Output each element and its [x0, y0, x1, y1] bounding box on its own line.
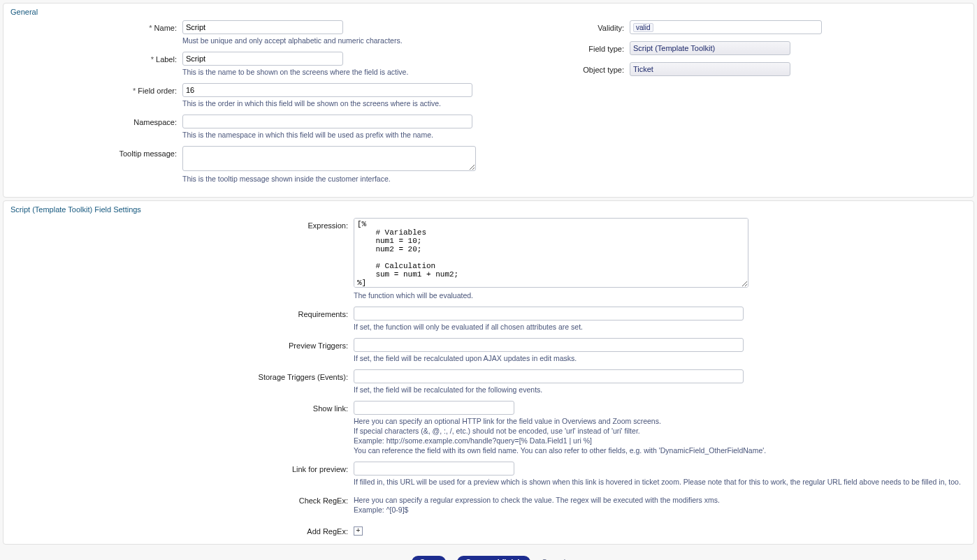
save-and-finish-button[interactable]: Save and finish	[457, 556, 530, 560]
storage-triggers-input[interactable]	[354, 369, 744, 383]
name-hint: Must be unique and only accept alphabeti…	[182, 36, 476, 45]
check-regex-hint2: Example: ^[0-9]$	[354, 506, 969, 514]
validity-label: Validity:	[490, 20, 630, 34]
link-preview-input[interactable]	[354, 462, 514, 476]
general-title: General	[8, 6, 969, 20]
namespace-label: Namespace:	[8, 115, 182, 145]
footer-actions: Save or Save and finish or Cancel	[0, 547, 977, 560]
requirements-label: Requirements:	[8, 307, 354, 337]
preview-triggers-input[interactable]	[354, 338, 744, 352]
show-link-input[interactable]	[354, 401, 514, 415]
label-input[interactable]	[182, 52, 343, 66]
field-order-input[interactable]	[182, 83, 472, 97]
show-link-hint1: Here you can specify an optional HTTP li…	[354, 417, 969, 425]
field-order-hint: This is the order in which this field wi…	[182, 99, 476, 108]
check-regex-hint1: Here you can specify a regular expressio…	[354, 496, 969, 504]
check-regex-label: Check RegEx:	[8, 493, 354, 520]
settings-panel: Script (Template Toolkit) Field Settings…	[3, 200, 974, 545]
name-label: Name:	[8, 20, 182, 50]
field-type-label: Field type:	[490, 41, 630, 55]
preview-triggers-label: Preview Triggers:	[8, 338, 354, 368]
object-type-label: Object type:	[490, 62, 630, 76]
field-order-label: Field order:	[8, 83, 182, 113]
add-regex-label: Add RegEx:	[8, 524, 354, 536]
expression-textarea[interactable]	[354, 218, 748, 288]
preview-triggers-hint: If set, the field will be recalculated u…	[354, 354, 969, 362]
general-panel: General Name: Must be unique and only ac…	[3, 3, 974, 198]
label-label: Label:	[8, 52, 182, 82]
show-link-hint2: If special characters (&, @, :, /, etc.)…	[354, 427, 969, 435]
link-preview-label: Link for preview:	[8, 462, 354, 492]
validity-value: valid	[633, 23, 653, 32]
label-hint: This is the name to be shown on the scre…	[182, 68, 476, 76]
object-type-value: Ticket	[630, 62, 790, 76]
plus-icon: +	[356, 527, 361, 534]
requirements-input[interactable]	[354, 307, 744, 320]
tooltip-textarea[interactable]	[182, 146, 476, 171]
add-regex-button[interactable]: +	[354, 526, 363, 536]
show-link-hint4: You can reference the field with its own…	[354, 446, 969, 455]
tooltip-hint: This is the tooltip message shown inside…	[182, 175, 476, 183]
requirements-hint: If set, the function will only be evalua…	[354, 323, 969, 331]
field-type-value: Script (Template Toolkit)	[630, 41, 790, 55]
storage-triggers-label: Storage Triggers (Events):	[8, 369, 354, 399]
tooltip-label: Tooltip message:	[8, 146, 182, 189]
namespace-input[interactable]	[182, 115, 472, 128]
expression-hint: The function which will be evaluated.	[354, 291, 969, 300]
show-link-label: Show link:	[8, 401, 354, 460]
name-input[interactable]	[182, 20, 343, 34]
show-link-hint3: Example: http://some.example.com/handle?…	[354, 436, 969, 445]
link-preview-hint: If filled in, this URL will be used for …	[354, 478, 969, 486]
namespace-hint: This is the namespace in which this fiel…	[182, 131, 476, 139]
settings-title: Script (Template Toolkit) Field Settings	[8, 204, 969, 218]
validity-select[interactable]: valid	[630, 20, 822, 34]
save-button[interactable]: Save	[412, 556, 447, 560]
storage-triggers-hint: If set, the field will be recalculated f…	[354, 385, 969, 394]
expression-label: Expression:	[8, 218, 354, 305]
